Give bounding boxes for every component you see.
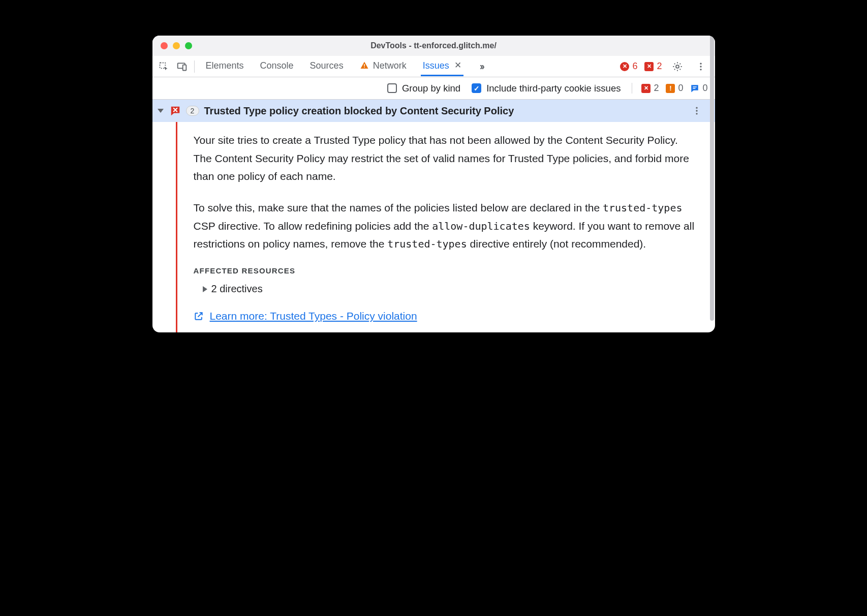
warning-square-icon <box>666 84 675 93</box>
tab-elements[interactable]: Elements <box>204 57 246 76</box>
tab-network-label: Network <box>373 61 407 70</box>
scrollbar[interactable] <box>708 36 715 332</box>
breaking-change-count[interactable]: 0 <box>666 83 683 94</box>
checkbox-unchecked-icon <box>387 83 397 93</box>
issue-description-p2: To solve this, make sure that the names … <box>194 199 695 253</box>
chat-square-icon <box>690 84 699 93</box>
issue-description-p1: Your site tries to create a Trusted Type… <box>194 131 695 186</box>
svg-point-11 <box>696 107 697 109</box>
svg-point-5 <box>676 65 679 68</box>
directives-expander[interactable]: 2 directives <box>203 283 695 295</box>
error-chat-icon <box>170 105 181 116</box>
svg-rect-10 <box>693 88 696 89</box>
scrollbar-thumb[interactable] <box>710 36 714 321</box>
svg-rect-4 <box>364 67 365 68</box>
toolbar-divider <box>194 60 195 73</box>
issue-body: Your site tries to create a Trusted Type… <box>176 122 715 332</box>
tab-issues[interactable]: Issues ✕ <box>421 57 463 76</box>
include-third-party-checkbox[interactable]: Include third-party cookie issues <box>472 83 621 94</box>
svg-rect-2 <box>182 65 186 70</box>
expand-triangle-down-icon <box>158 109 164 113</box>
checkbox-checked-icon <box>472 83 481 93</box>
titlebar: DevTools - tt-enforced.glitch.me/ <box>152 36 715 56</box>
svg-rect-3 <box>364 64 365 67</box>
breaking-change-count-value: 0 <box>678 83 683 94</box>
learn-more-link[interactable]: Learn more: Trusted Types - Policy viola… <box>210 310 417 322</box>
issue-row-menu-icon[interactable] <box>692 106 702 116</box>
issues-count[interactable]: 2 <box>644 61 662 72</box>
svg-point-12 <box>696 110 697 111</box>
panel-tabs: Elements Console Sources Network Issues … <box>204 57 484 76</box>
issue-count-badge: 2 <box>186 106 199 116</box>
include-third-party-label: Include third-party cookie issues <box>486 83 621 94</box>
main-toolbar: Elements Console Sources Network Issues … <box>152 56 715 77</box>
issues-count-value: 2 <box>657 61 662 72</box>
toolbar-right: 6 2 <box>620 58 708 75</box>
page-error-count[interactable]: 2 <box>641 83 659 94</box>
more-tabs-icon[interactable]: ›› <box>480 60 483 72</box>
warning-triangle-icon <box>360 61 369 70</box>
svg-point-7 <box>700 66 701 67</box>
group-by-kind-label: Group by kind <box>402 83 460 94</box>
svg-rect-9 <box>693 86 697 87</box>
error-count-value: 6 <box>632 61 637 72</box>
window-title: DevTools - tt-enforced.glitch.me/ <box>152 41 715 50</box>
expand-triangle-right-icon <box>203 286 207 292</box>
more-options-icon[interactable] <box>693 58 709 75</box>
error-circle-icon <box>620 62 629 71</box>
devtools-window: DevTools - tt-enforced.glitch.me/ Elemen… <box>152 36 715 332</box>
affected-resources-label: Affected Resources <box>194 266 695 275</box>
improvement-count[interactable]: 0 <box>690 83 707 94</box>
svg-point-13 <box>696 113 697 114</box>
page-error-count-value: 2 <box>654 83 659 94</box>
device-toolbar-icon[interactable] <box>174 58 190 75</box>
group-by-kind-checkbox[interactable]: Group by kind <box>387 83 460 94</box>
error-square-icon <box>644 62 654 71</box>
issues-filter-bar: Group by kind Include third-party cookie… <box>152 77 715 100</box>
issue-title: Trusted Type policy creation blocked by … <box>204 105 514 117</box>
close-tab-icon[interactable]: ✕ <box>454 61 461 70</box>
issue-row-header[interactable]: 2 Trusted Type policy creation blocked b… <box>152 100 715 122</box>
error-square-icon <box>641 84 651 93</box>
tab-network[interactable]: Network <box>358 57 409 76</box>
console-error-count[interactable]: 6 <box>620 61 637 72</box>
tab-sources[interactable]: Sources <box>308 57 346 76</box>
external-link-icon <box>194 311 204 321</box>
inspect-element-icon[interactable] <box>156 58 172 75</box>
svg-point-6 <box>700 63 701 64</box>
learn-more-row: Learn more: Trusted Types - Policy viola… <box>194 310 695 322</box>
directives-count-label: 2 directives <box>211 283 263 295</box>
improvement-count-value: 0 <box>702 83 707 94</box>
svg-point-8 <box>700 69 701 70</box>
tab-issues-label: Issues <box>423 61 449 70</box>
settings-gear-icon[interactable] <box>669 58 686 75</box>
issue-kind-counts: 2 0 0 <box>632 83 707 94</box>
issues-content: 2 Trusted Type policy creation blocked b… <box>152 100 715 332</box>
tab-console[interactable]: Console <box>258 57 296 76</box>
